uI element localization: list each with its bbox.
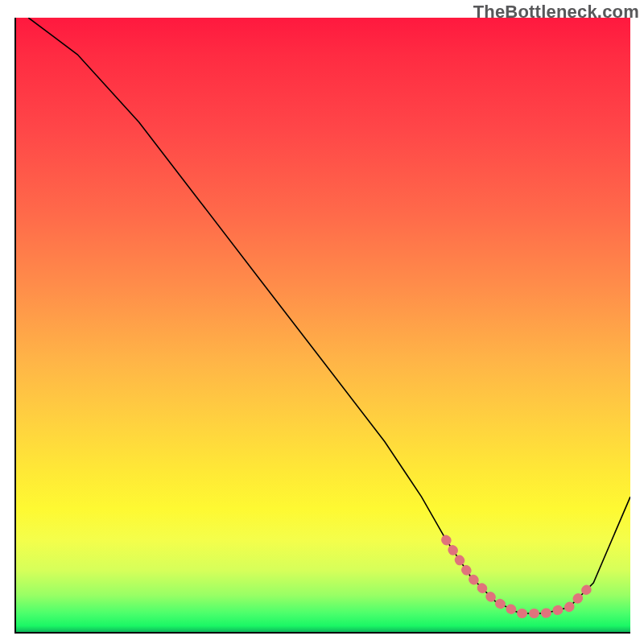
chart-canvas: TheBottleneck.com xyxy=(0,0,644,644)
curve-svg xyxy=(16,18,630,632)
bottleneck-curve-line xyxy=(28,18,630,613)
plot-area xyxy=(14,18,630,634)
optimal-range-highlight-line xyxy=(446,540,593,613)
